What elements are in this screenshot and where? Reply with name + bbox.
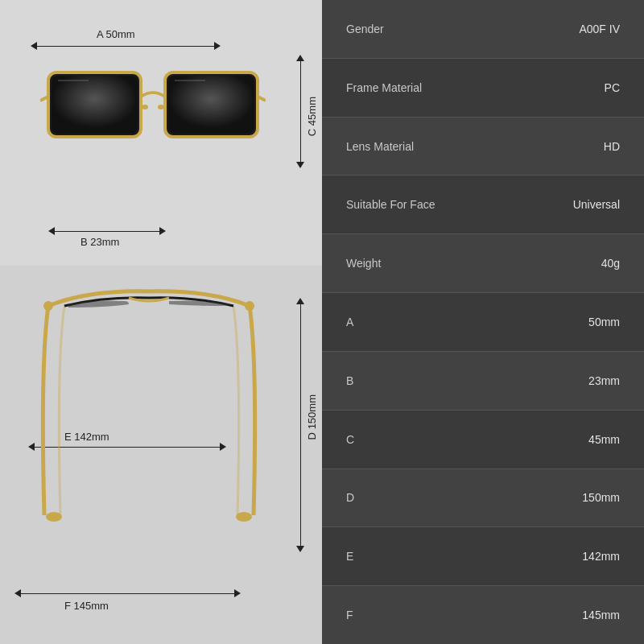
spec-row: C45mm: [322, 411, 644, 469]
spec-row: F145mm: [322, 586, 644, 644]
svg-point-23: [245, 301, 254, 311]
svg-marker-14: [48, 227, 55, 235]
right-panel: GenderA00F IVFrame MaterialPCLens Materi…: [322, 0, 644, 644]
annotation-a-label: A 50mm: [97, 28, 135, 40]
spec-label: Suitable For Face: [346, 198, 436, 211]
spec-value: 145mm: [582, 609, 620, 621]
bottom-image-area: D 150mm E 142mm F 145mm: [0, 266, 322, 644]
annotation-b-label: B 23mm: [80, 236, 119, 248]
spec-row: E142mm: [322, 527, 644, 586]
spec-row: D150mm: [322, 469, 644, 528]
spec-row: B23mm: [322, 352, 644, 411]
spec-label: F: [346, 609, 353, 621]
svg-marker-21: [234, 589, 241, 597]
svg-point-25: [236, 512, 252, 522]
spec-value: 23mm: [588, 374, 620, 387]
spec-value: PC: [605, 81, 620, 94]
svg-marker-17: [296, 546, 304, 552]
svg-rect-7: [168, 76, 254, 134]
svg-marker-0: [31, 42, 37, 50]
annotation-c-label: C 45mm: [306, 97, 318, 136]
spec-label: C: [346, 433, 354, 446]
spec-value: 40g: [601, 257, 620, 270]
spec-row: Frame MaterialPC: [322, 59, 644, 118]
top-image-area: A 50mm C 45mm: [0, 0, 322, 266]
spec-label: Frame Material: [346, 81, 422, 94]
annotation-c: [296, 55, 304, 168]
spec-value: 45mm: [588, 433, 620, 446]
spec-row: Suitable For FaceUniversal: [322, 175, 644, 234]
svg-marker-3: [296, 162, 304, 168]
annotation-f: [14, 589, 241, 597]
spec-value: HD: [604, 140, 620, 153]
spec-row: Weight40g: [322, 234, 644, 293]
svg-point-24: [46, 512, 62, 522]
spec-label: Gender: [346, 23, 384, 35]
spec-value: 150mm: [582, 491, 620, 504]
spec-label: B: [346, 374, 353, 387]
spec-value: A00F IV: [579, 23, 620, 35]
spec-label: D: [346, 491, 354, 504]
svg-marker-16: [296, 298, 304, 304]
svg-rect-6: [52, 76, 138, 134]
annotation-a: [31, 42, 221, 50]
spec-label: A: [346, 316, 353, 328]
svg-marker-1: [214, 42, 221, 50]
svg-point-11: [158, 105, 164, 109]
svg-marker-15: [159, 227, 166, 235]
spec-row: GenderA00F IV: [322, 0, 644, 59]
svg-marker-2: [296, 55, 304, 61]
spec-label: Lens Material: [346, 140, 414, 153]
spec-label: Weight: [346, 257, 381, 270]
svg-point-10: [142, 105, 148, 109]
spec-row: A50mm: [322, 293, 644, 352]
spec-value: 50mm: [588, 316, 620, 328]
svg-point-22: [43, 301, 53, 311]
annotation-d-label: D 150mm: [306, 394, 318, 440]
annotation-d: [296, 298, 304, 552]
svg-marker-20: [14, 589, 21, 597]
spec-label: E: [346, 550, 353, 563]
annotation-f-label: F 145mm: [64, 600, 109, 612]
spec-row: Lens MaterialHD: [322, 118, 644, 176]
spec-value: Universal: [573, 198, 620, 211]
glasses-front-svg: [40, 52, 266, 197]
spec-value: 142mm: [582, 550, 620, 563]
annotation-b: [48, 227, 166, 235]
left-panel: A 50mm C 45mm: [0, 0, 322, 644]
glasses-open-svg: [24, 282, 274, 547]
